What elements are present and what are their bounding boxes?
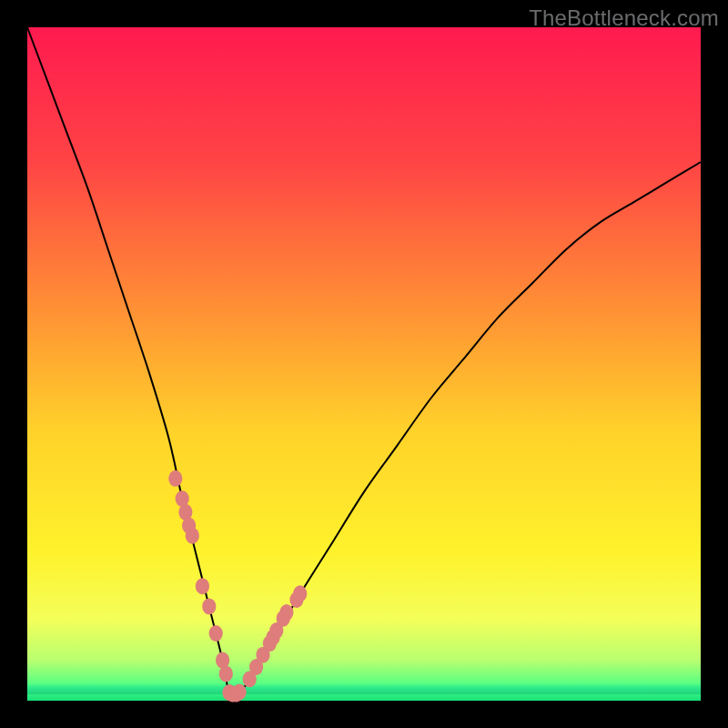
marker-dots (168, 470, 307, 703)
watermark-text: TheBottleneck.com (529, 5, 719, 31)
sample-dot (279, 604, 293, 621)
sample-dot (196, 578, 209, 594)
sample-dot (209, 625, 223, 642)
sample-dot (168, 470, 182, 487)
sample-dot (202, 598, 216, 614)
v-curve (27, 27, 701, 697)
sample-dot (186, 528, 199, 544)
bottleneck-curve-layer (27, 27, 701, 701)
sample-dot (233, 683, 247, 700)
sample-dot (219, 665, 233, 682)
sample-dot (293, 585, 307, 602)
